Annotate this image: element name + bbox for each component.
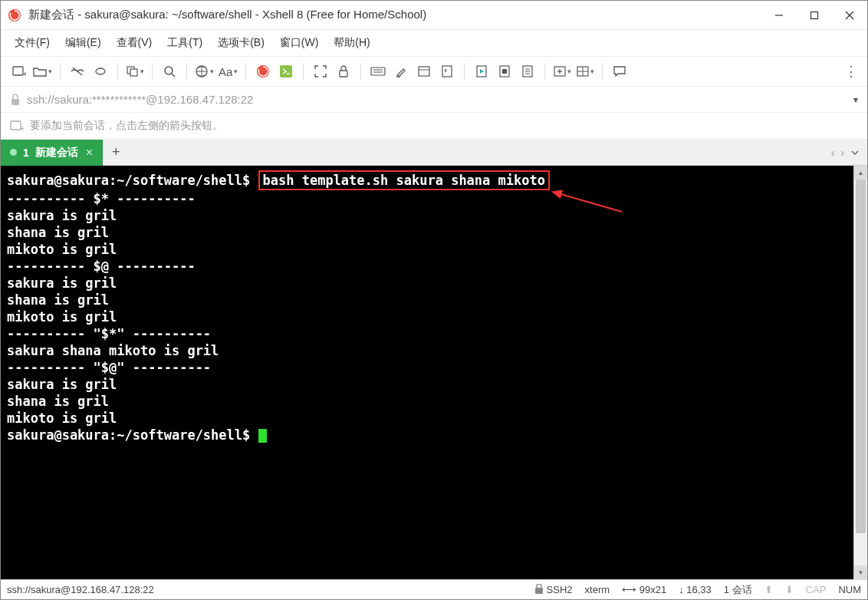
svg-rect-41 [535,588,543,594]
hint-text: 要添加当前会话，点击左侧的箭头按钮。 [30,119,223,133]
toolbar-separator [544,63,545,80]
chat-button[interactable] [609,61,630,82]
keyboard-button[interactable] [367,61,389,82]
status-transfer-down: ⬇ [785,584,794,595]
window-title: 新建会话 - sakura@sakura: ~/software/shell -… [28,8,761,22]
tabbar-nav: ‹ › [831,147,867,159]
tab-prev-button[interactable]: ‹ [831,147,835,159]
menu-help[interactable]: 帮助(H) [327,33,376,53]
status-connection: ssh://sakura@192.168.47.128:22 [7,584,154,595]
search-button[interactable] [159,61,180,82]
disconnect-button[interactable] [67,61,88,82]
menu-window[interactable]: 窗口(W) [274,33,325,53]
terminal-scrollbar[interactable]: ▲ ▼ [853,166,867,579]
statusbar: ssh://sakura@192.168.47.128:22 SSH2 xter… [1,579,867,599]
terminal-area: sakura@sakura:~/software/shell$ bash tem… [1,166,867,579]
new-session-button[interactable]: + [8,61,30,82]
reconnect-button[interactable] [90,61,111,82]
toolbar-separator [245,63,246,80]
font-button[interactable]: Aa [217,61,239,82]
status-cursor-pos: ↓ 16,33 [679,584,712,595]
toolbar-separator [60,63,61,80]
encoding-button[interactable] [193,61,215,82]
lock-icon [10,94,21,106]
svg-rect-5 [13,67,23,75]
maximize-button[interactable] [797,1,832,30]
tab-next-button[interactable]: › [840,147,844,159]
status-term: xterm [585,584,610,595]
terminal[interactable]: sakura@sakura:~/software/shell$ bash tem… [1,166,867,579]
svg-line-11 [172,74,175,77]
scroll-up-button[interactable]: ▲ [854,166,867,180]
svg-marker-24 [480,69,484,74]
connection-status-dot [10,149,17,156]
scroll-down-button[interactable]: ▼ [854,565,867,579]
menu-file[interactable]: 文件(F) [8,33,56,53]
addressbar: ssh://sakura:************@192.168.47.128… [1,87,867,113]
toolbar-separator [186,63,187,80]
tab-index: 1 [23,147,29,159]
xshell-icon[interactable] [252,61,274,82]
status-protocol: SSH2 [534,584,573,595]
close-button[interactable] [832,1,867,30]
session-tab[interactable]: 1 新建会话 × [1,140,103,166]
address-dropdown[interactable]: ▾ [853,94,858,105]
menu-edit[interactable]: 编辑(E) [59,33,107,53]
toolbar-separator [303,63,304,80]
status-size: ⟷ 99x21 [622,584,666,595]
svg-point-10 [165,67,173,74]
script-button[interactable] [436,61,458,82]
highlight-button[interactable] [390,61,412,82]
fullscreen-button[interactable] [310,61,331,82]
toolbar: + Aa ⋮ [1,56,867,87]
copy-button[interactable] [124,61,146,82]
svg-line-7 [73,68,82,75]
app-icon [7,8,22,23]
toolbar-separator [464,63,465,80]
svg-rect-9 [130,69,137,76]
tab-list-button[interactable] [850,148,860,157]
svg-rect-16 [371,68,385,75]
status-sessions: 1 会话 [724,583,752,597]
svg-rect-22 [442,66,452,77]
more-button[interactable]: ⋮ [841,60,860,83]
layout-split-button[interactable] [574,61,596,82]
svg-rect-37 [12,99,19,105]
bookmark-button[interactable] [413,61,435,82]
tabbar: 1 新建会话 × + ‹ › [1,140,867,166]
status-num: NUM [838,584,861,595]
svg-text:+: + [23,70,26,77]
svg-rect-2 [811,12,818,18]
toolbar-separator [152,63,153,80]
xftp-button[interactable] [275,61,297,82]
address-url[interactable]: ssh://sakura:************@192.168.47.128… [27,93,847,106]
scrollbar-thumb[interactable] [856,180,866,533]
tab-label: 新建会话 [35,146,78,160]
svg-text:+: + [20,124,24,132]
toolbar-separator [360,63,361,80]
menu-tools[interactable]: 工具(T) [161,33,209,53]
log-stop-button[interactable] [494,61,515,82]
log-start-button[interactable] [471,61,492,82]
menubar: 文件(F) 编辑(E) 查看(V) 工具(T) 选项卡(B) 窗口(W) 帮助(… [1,30,867,56]
toolbar-separator [602,63,603,80]
window-titlebar: 新建会话 - sakura@sakura: ~/software/shell -… [1,1,867,30]
log-view-button[interactable] [517,61,538,82]
menu-view[interactable]: 查看(V) [110,33,159,53]
svg-rect-20 [419,67,429,76]
add-session-icon[interactable]: + [10,120,24,132]
status-cap: CAP [806,584,827,595]
svg-rect-15 [340,71,347,77]
status-transfer-up: ⬆ [764,584,773,595]
svg-rect-26 [502,69,507,74]
tab-close-button[interactable]: × [84,147,94,159]
tab-add-button[interactable]: + [103,140,129,166]
lock-button[interactable] [333,61,354,82]
hintbar: + 要添加当前会话，点击左侧的箭头按钮。 [1,113,867,140]
window-controls [761,1,867,30]
minimize-button[interactable] [761,1,797,30]
menu-tabs[interactable]: 选项卡(B) [212,33,271,53]
layout-add-button[interactable] [551,61,573,82]
open-session-button[interactable] [31,61,54,82]
toolbar-separator [117,63,118,80]
